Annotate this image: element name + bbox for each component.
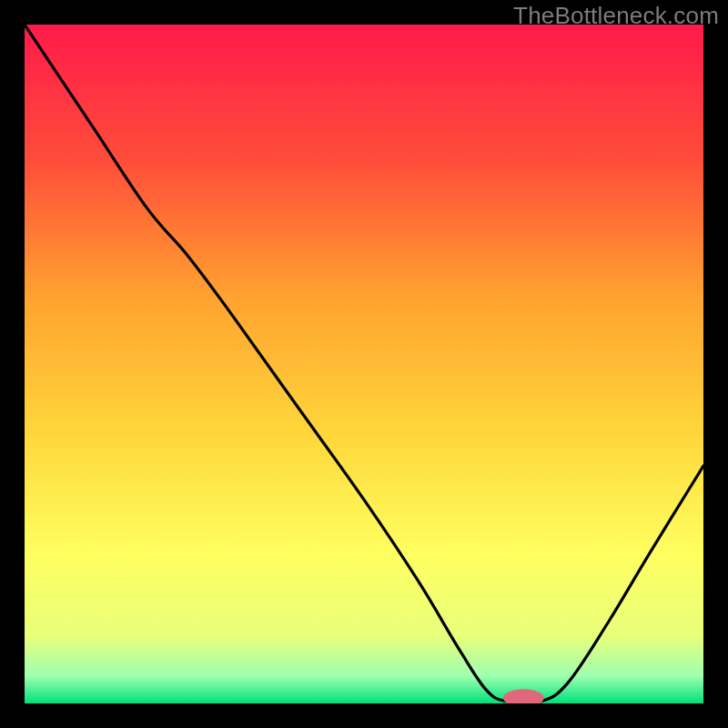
gradient-background (25, 25, 703, 703)
watermark-text: TheBottleneck.com (513, 2, 719, 30)
chart-container: TheBottleneck.com (0, 0, 728, 728)
chart-svg (25, 25, 703, 703)
plot-area (25, 25, 703, 703)
